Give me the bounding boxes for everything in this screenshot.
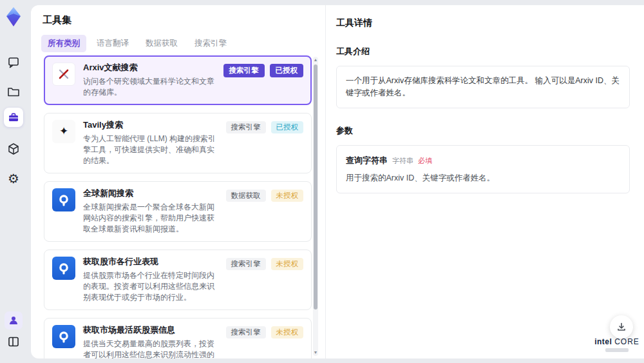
search-q-icon (52, 257, 75, 280)
search-q-icon (52, 188, 75, 211)
tool-name: Tavily搜索 (83, 120, 220, 131)
param-description: 用于搜索的Arxiv ID、关键字或作者姓名。 (346, 172, 620, 184)
user-tile (5, 311, 23, 329)
auth-status-badge: 已授权 (271, 121, 304, 133)
core-wordmark: CORE (614, 337, 639, 346)
search-q-icon (52, 325, 75, 348)
tool-name: 获取股市各行业表现 (83, 257, 220, 268)
category-tab[interactable]: 语言翻译 (90, 35, 135, 52)
category-badge: 数据获取 (226, 190, 266, 202)
scroll-up-arrow-icon[interactable]: ▲ (313, 57, 318, 63)
category-tab[interactable]: 搜索引擎 (188, 35, 233, 52)
param-type: 字符串 (392, 155, 413, 166)
scrollbar-thumb[interactable] (314, 64, 317, 309)
auth-status-badge: 已授权 (270, 64, 304, 77)
category-badge: 搜索引擎 (223, 64, 265, 77)
tool-card[interactable]: 获取股市各行业表现 提供股票市场各个行业在特定时间段内的表现。投资者可以利用这些… (44, 250, 312, 310)
tool-description: 访问各个研究领域大量科学论文和文章的存储库。 (83, 76, 217, 98)
tool-description: 专为人工智能代理 (LLM) 构建的搜索引擎工具，可快速提供实时、准确和真实的结… (83, 133, 220, 166)
brand-subtext-bar (605, 348, 629, 352)
download-button[interactable] (610, 315, 633, 338)
tool-name: Arxiv文献搜索 (83, 63, 217, 74)
main-panel: 工具集 所有类别语言翻译数据获取搜索引擎 Arxiv文献搜索 访问各个研究领域大… (31, 5, 644, 358)
intro-heading: 工具介绍 (336, 46, 630, 57)
param-name: 查询字符串 (346, 154, 388, 167)
tool-description: 全球新闻搜索是一个聚合全球各大新闻网站内容的搜索引擎，帮助用户快速获取全球最新资… (83, 202, 220, 235)
tool-card[interactable]: Arxiv文献搜索 访问各个研究领域大量科学论文和文章的存储库。 搜索引擎 已授… (44, 55, 312, 105)
details-title: 工具详情 (336, 17, 630, 29)
tool-description: 提供当天交易量最高的股票列表，投资者可以利用这些信息来识别流动性强的股票和潜在的… (83, 338, 220, 358)
tool-name: 获取市场最活跃股票信息 (83, 325, 220, 336)
tavily-star-icon: ✦ (52, 120, 75, 143)
app-logo[interactable] (0, 5, 27, 28)
folder-icon[interactable] (0, 83, 27, 100)
arxiv-logo-icon (52, 63, 75, 86)
intro-text: 一个用于从Arxiv存储库搜索科学论文和文章的工具。 输入可以是Arxiv ID… (336, 66, 630, 108)
active-tile (4, 108, 23, 127)
toolbox-icon-active[interactable] (0, 107, 27, 128)
page-title: 工具集 (43, 14, 71, 26)
icon-rail: ⚙ (0, 0, 27, 363)
chat-icon[interactable] (0, 54, 27, 71)
toolbox-icon (8, 112, 19, 123)
category-tab[interactable]: 所有类别 (41, 35, 86, 52)
param-card: 查询字符串 字符串 必填 用于搜索的Arxiv ID、关键字或作者姓名。 (336, 145, 630, 193)
params-heading: 参数 (336, 125, 630, 137)
intel-wordmark: intel (594, 337, 612, 346)
intel-core-logo: intel CORE (594, 337, 640, 352)
tool-card[interactable]: 全球新闻搜索 全球新闻搜索是一个聚合全球各大新闻网站内容的搜索引擎，帮助用户快速… (44, 181, 312, 242)
tool-list: Arxiv文献搜索 访问各个研究领域大量科学论文和文章的存储库。 搜索引擎 已授… (44, 55, 312, 358)
cube-icon[interactable] (0, 141, 27, 157)
tool-card[interactable]: 获取市场最活跃股票信息 提供当天交易量最高的股票列表，投资者可以利用这些信息来识… (44, 318, 312, 358)
layout-panels-icon[interactable] (0, 333, 27, 350)
param-required-badge: 必填 (418, 155, 432, 166)
settings-gear-icon[interactable]: ⚙ (0, 170, 27, 188)
category-badge: 搜索引擎 (226, 326, 266, 338)
tool-details-pane: 工具详情 工具介绍 一个用于从Arxiv存储库搜索科学论文和文章的工具。 输入可… (325, 5, 644, 358)
auth-status-badge: 未授权 (271, 258, 304, 270)
scroll-down-arrow-icon[interactable]: ▼ (313, 350, 318, 355)
tool-description: 提供股票市场各个行业在特定时间段内的表现。投资者可以利用这些信息来识别表现优于或… (83, 270, 220, 303)
tool-list-pane: 工具集 所有类别语言翻译数据获取搜索引擎 Arxiv文献搜索 访问各个研究领域大… (31, 5, 326, 358)
category-tabs: 所有类别语言翻译数据获取搜索引擎 (41, 35, 233, 52)
category-badge: 搜索引擎 (226, 258, 266, 270)
download-icon (616, 322, 627, 332)
tool-name: 全球新闻搜索 (83, 188, 220, 199)
category-badge: 搜索引擎 (226, 121, 266, 133)
auth-status-badge: 未授权 (271, 326, 304, 338)
tool-card[interactable]: ✦ Tavily搜索 专为人工智能代理 (LLM) 构建的搜索引擎工具，可快速提… (44, 113, 312, 173)
category-tab[interactable]: 数据获取 (139, 35, 184, 52)
auth-status-badge: 未授权 (271, 190, 304, 202)
list-scrollbar[interactable]: ▲ ▼ (313, 57, 318, 356)
user-icon[interactable] (0, 312, 27, 329)
